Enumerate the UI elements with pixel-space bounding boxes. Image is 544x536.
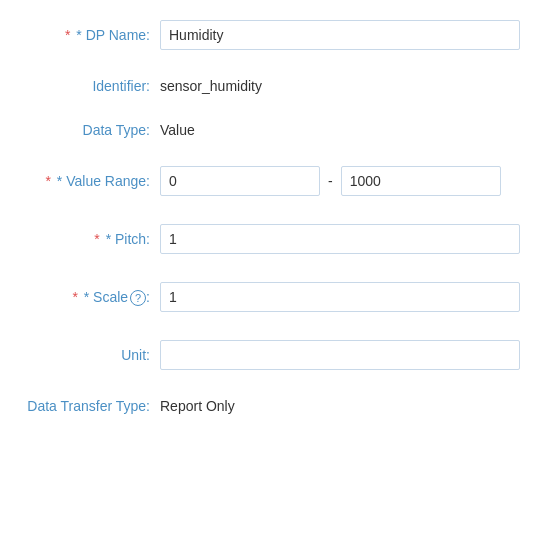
- unit-input[interactable]: [160, 340, 520, 370]
- dp-name-label: * * DP Name:: [20, 27, 160, 43]
- value-range-group: -: [160, 166, 501, 196]
- form-container: * * DP Name: Identifier: sensor_humidity…: [0, 0, 544, 462]
- range-separator: -: [328, 173, 333, 189]
- data-type-row: Data Type: Value: [20, 122, 524, 138]
- data-transfer-type-row: Data Transfer Type: Report Only: [20, 398, 524, 414]
- identifier-value: sensor_humidity: [160, 78, 262, 94]
- value-range-label: * * Value Range:: [20, 173, 160, 189]
- value-range-min-input[interactable]: [160, 166, 320, 196]
- data-transfer-type-label: Data Transfer Type:: [20, 398, 160, 414]
- pitch-input[interactable]: [160, 224, 520, 254]
- dp-name-row: * * DP Name:: [20, 20, 524, 50]
- scale-input[interactable]: [160, 282, 520, 312]
- identifier-label: Identifier:: [20, 78, 160, 94]
- required-star-scale: *: [72, 289, 77, 305]
- pitch-label: * * Pitch:: [20, 231, 160, 247]
- dp-name-input[interactable]: [160, 20, 520, 50]
- scale-help-icon[interactable]: ?: [130, 290, 146, 306]
- data-type-label: Data Type:: [20, 122, 160, 138]
- value-range-row: * * Value Range: -: [20, 166, 524, 196]
- required-star-pitch: *: [94, 231, 99, 247]
- scale-row: * * Scale?:: [20, 282, 524, 312]
- dp-name-label-text: * DP Name:: [76, 27, 150, 43]
- unit-row: Unit:: [20, 340, 524, 370]
- scale-label: * * Scale?:: [20, 289, 160, 306]
- unit-label: Unit:: [20, 347, 160, 363]
- pitch-row: * * Pitch:: [20, 224, 524, 254]
- data-type-value: Value: [160, 122, 195, 138]
- required-star-dp: *: [65, 27, 70, 43]
- value-range-max-input[interactable]: [341, 166, 501, 196]
- identifier-row: Identifier: sensor_humidity: [20, 78, 524, 94]
- required-star-range: *: [46, 173, 51, 189]
- data-transfer-type-value: Report Only: [160, 398, 235, 414]
